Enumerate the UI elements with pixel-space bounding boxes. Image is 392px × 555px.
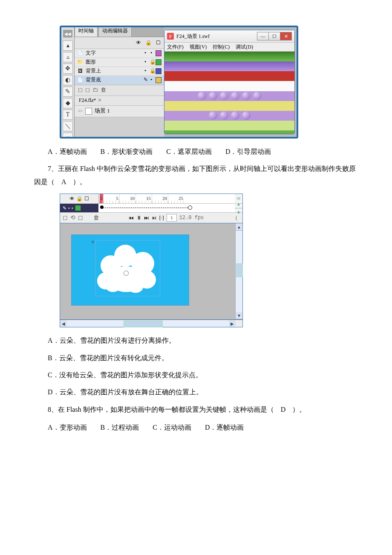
tab-motion-editor[interactable]: 动画编辑器 [98,26,132,37]
band-green-small [164,130,294,134]
layer-lock-icon[interactable]: 🔒 [150,66,153,76]
layer-color-swatch [156,50,161,56]
center-column: 时间轴 动画编辑器 👁 🔒 ☐ 📄 文字 • • 📁 图形 • 🔒 🖼 背景上 … [75,27,164,137]
goto-last-icon[interactable]: ⏯ [152,213,157,223]
swf-preview-window: F F24_场景 1.swf — ☐ ✕ 文件(F) 视图(V) 控制(C) 调… [164,30,295,134]
scroll-thumb[interactable] [124,321,163,327]
scroll-thumb[interactable] [236,263,243,277]
folder-icon: 📁 [77,59,83,65]
scroll-left-icon[interactable]: ◀ [60,320,67,327]
scroll-track[interactable] [236,231,242,312]
stage-area: + ▲ ▼ [60,223,243,320]
keyframe-hollow-icon[interactable] [188,205,192,210]
paint-bucket-tool-icon[interactable]: ◆ [63,98,73,108]
new-folder-icon[interactable]: ◻ [85,85,90,95]
pencil-icon[interactable]: ✎ [144,75,147,85]
tick-label: 15 [135,194,152,203]
tick-label: 5 [103,194,119,203]
free-transform-tool-icon[interactable]: ✥ [63,64,73,74]
new-motion-icon[interactable]: 🗀 [92,85,98,95]
subselect-tool-icon[interactable]: ▵ [63,52,73,62]
horizontal-scrollbar[interactable]: ◀ ▶ [60,320,243,327]
scene-icon [85,108,92,115]
center-frame-icon[interactable]: [·] [159,213,164,223]
frames-strip[interactable] [98,204,235,212]
layer-lock-dot[interactable]: • [150,75,153,85]
layer-row[interactable]: 📁 图形 • 🔒 [75,58,164,67]
layer-lock-icon[interactable]: 🔒 [150,57,153,67]
goto-first-icon[interactable]: ⏮ [129,213,134,223]
band-red [164,71,294,81]
scroll-up-icon[interactable]: ▲ [236,223,242,231]
minimize-icon[interactable]: — [257,32,268,40]
menu-control[interactable]: 控制(C) [213,42,230,52]
trash-icon[interactable]: 🗑 [93,212,99,224]
grape-icon [253,92,262,100]
q8-text: 8、在 Flash 制作中，如果把动画中的每一帧都设置为关键帧，这种动画是（ D… [34,403,358,416]
close-icon[interactable]: ✕ [98,95,102,105]
pencil-icon: ✎ [63,204,66,213]
outline-icon[interactable]: ☐ [84,194,89,204]
grape-icon [220,92,228,100]
layer-row-selected[interactable]: 📄 背景底 ✎ • [75,76,164,85]
menu-file[interactable]: 文件(F) [167,42,184,52]
q7-option-a: A．云朵、雪花的图片没有进行分离操作。 [34,334,358,347]
layer-visible-dot[interactable]: • [144,66,147,76]
current-frame: 1 [167,214,177,222]
broken-tween-line [103,208,188,208]
grape-icon [209,111,217,120]
swf-titlebar: F F24_场景 1.swf — ☐ ✕ [164,30,294,43]
cloud-shape[interactable] [97,243,157,293]
flash-layers-screenshot: ◀◀ ▴ ▵ ✥ ◐ ✎ ◆ T ＼ ▭ 时间轴 动画编辑器 👁 🔒 ☐ 📄 文… [60,26,298,139]
band-grapes [164,111,294,121]
step-back-icon[interactable]: ⏸ [136,213,141,223]
maximize-icon[interactable]: ☐ [268,32,280,40]
collapse-icon[interactable]: ◀◀ [63,30,72,38]
layer-footer: ◻ ◻ 🗀 🗑 [75,85,164,96]
layer-visible-dot[interactable]: • [144,57,147,67]
motion-guide-icon[interactable]: ⟲ [70,212,75,224]
step-fwd-icon[interactable]: ⏭ [144,213,149,223]
lock-icon[interactable]: 🔒 [76,194,83,204]
vertical-scrollbar[interactable]: ▲ ▼ [235,223,242,319]
scroll-down-icon[interactable]: ▼ [236,312,242,319]
swf-title: F24_场景 1.swf [176,32,254,41]
text-tool-icon[interactable]: T [63,110,73,120]
new-folder-icon[interactable]: ◻ [78,212,83,224]
scene-label[interactable]: 场景 1 [95,106,110,116]
layer-name: 图形 [86,57,141,67]
stage-canvas[interactable]: + [71,234,189,306]
swf-menubar: 文件(F) 视图(V) 控制(C) 调试(D) [164,43,294,52]
new-layer-icon[interactable]: ◻ [78,85,83,95]
outline-icon[interactable]: ☐ [156,38,161,48]
rectangle-tool-icon[interactable]: ▭ [63,133,73,139]
tab-timeline[interactable]: 时间轴 [75,26,98,37]
eye-icon[interactable]: 👁 [69,194,75,204]
q8-options: A．变形动画 B．过程动画 C．运动动画 D．逐帧动画 [34,421,358,434]
scroll-up-icon[interactable]: ▲ [235,200,242,208]
elapsed-icon: ( [233,213,240,223]
lock-icon[interactable]: 🔒 [145,38,152,48]
ruler-ticks[interactable]: 1 5 10 15 20 25 [99,194,235,203]
menu-view[interactable]: 视图(V) [190,42,207,52]
document-tab[interactable]: F24.fla* ✕ [75,96,164,106]
pen-tool-icon[interactable]: ✎ [63,87,73,97]
back-icon[interactable]: ⇦ [78,106,83,116]
layer-row[interactable]: 📄 文字 • • [75,49,164,58]
layer-chip[interactable]: ✎ • • [60,204,98,212]
lasso-tool-icon[interactable]: ◐ [63,75,73,85]
line-tool-icon[interactable]: ＼ [63,121,73,131]
registration-cross-icon: + [91,237,95,248]
layer-lock-dot[interactable]: • [150,48,153,58]
scroll-right-icon[interactable]: ▶ [229,320,236,327]
layer-row[interactable]: 🖼 背景上 • 🔒 [75,67,164,76]
grape-icon [198,92,206,100]
layer-visible-dot[interactable]: • [144,48,147,58]
scroll-track[interactable] [67,320,229,327]
eye-icon[interactable]: 👁 [136,38,141,48]
selection-tool-icon[interactable]: ▴ [63,40,73,51]
close-icon[interactable]: ✕ [280,32,292,40]
trash-icon[interactable]: 🗑 [101,85,106,95]
menu-debug[interactable]: 调试(D) [236,42,253,52]
new-layer-icon[interactable]: ◻ [63,212,68,224]
